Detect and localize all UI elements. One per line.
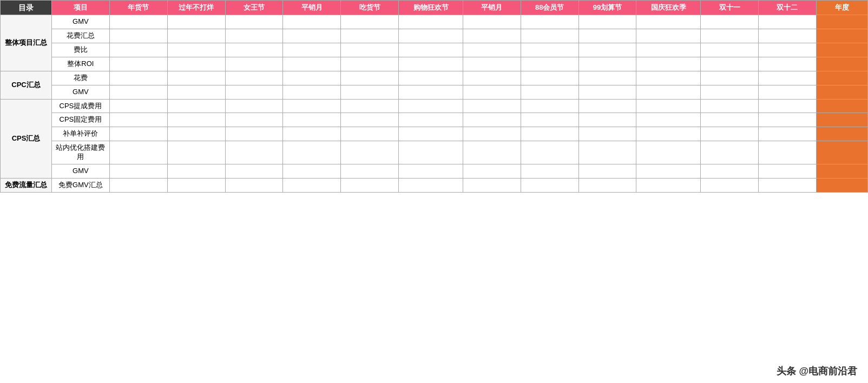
data-cell[interactable] (225, 164, 283, 178)
data-cell[interactable] (109, 71, 167, 85)
data-cell-orange[interactable] (816, 15, 867, 29)
data-cell[interactable] (283, 15, 341, 29)
data-cell[interactable] (578, 71, 636, 85)
data-cell[interactable] (701, 113, 759, 127)
data-cell[interactable] (283, 141, 341, 164)
data-cell[interactable] (225, 29, 283, 43)
data-cell[interactable] (521, 141, 578, 164)
data-cell[interactable] (225, 113, 283, 127)
data-cell[interactable] (341, 127, 399, 141)
data-cell[interactable] (636, 15, 701, 29)
data-cell[interactable] (341, 141, 399, 164)
data-cell[interactable] (759, 15, 817, 29)
data-cell[interactable] (109, 15, 167, 29)
data-cell[interactable] (463, 178, 521, 192)
data-cell-orange[interactable] (816, 127, 867, 141)
data-cell[interactable] (521, 164, 578, 178)
data-cell[interactable] (109, 29, 167, 43)
data-cell[interactable] (341, 99, 399, 113)
data-cell[interactable] (341, 57, 399, 71)
data-cell[interactable] (521, 99, 578, 113)
data-cell[interactable] (521, 15, 578, 29)
data-cell[interactable] (167, 71, 225, 85)
data-cell[interactable] (225, 71, 283, 85)
data-cell[interactable] (341, 29, 399, 43)
data-cell[interactable] (167, 178, 225, 192)
data-cell[interactable] (167, 164, 225, 178)
data-cell[interactable] (636, 85, 701, 99)
data-cell[interactable] (109, 85, 167, 99)
data-cell[interactable] (521, 43, 578, 57)
data-cell[interactable] (521, 29, 578, 43)
data-cell-orange[interactable] (816, 57, 867, 71)
data-cell[interactable] (463, 43, 521, 57)
data-cell[interactable] (463, 85, 521, 99)
data-cell[interactable] (109, 164, 167, 178)
data-cell[interactable] (225, 127, 283, 141)
data-cell[interactable] (109, 113, 167, 127)
data-cell[interactable] (636, 127, 701, 141)
data-cell[interactable] (283, 29, 341, 43)
data-cell[interactable] (283, 85, 341, 99)
data-cell[interactable] (759, 43, 817, 57)
data-cell[interactable] (341, 164, 399, 178)
data-cell[interactable] (578, 127, 636, 141)
data-cell[interactable] (225, 15, 283, 29)
data-cell[interactable] (109, 141, 167, 164)
data-cell[interactable] (636, 178, 701, 192)
data-cell[interactable] (225, 99, 283, 113)
data-cell[interactable] (578, 178, 636, 192)
data-cell[interactable] (701, 71, 759, 85)
data-cell[interactable] (463, 29, 521, 43)
data-cell[interactable] (283, 113, 341, 127)
data-cell[interactable] (578, 29, 636, 43)
data-cell[interactable] (578, 43, 636, 57)
data-cell[interactable] (167, 43, 225, 57)
data-cell[interactable] (399, 71, 463, 85)
data-cell[interactable] (399, 127, 463, 141)
data-cell[interactable] (636, 164, 701, 178)
data-cell[interactable] (521, 71, 578, 85)
data-cell[interactable] (109, 99, 167, 113)
data-cell[interactable] (283, 71, 341, 85)
data-cell[interactable] (636, 71, 701, 85)
data-cell-orange[interactable] (816, 71, 867, 85)
data-cell[interactable] (701, 15, 759, 29)
data-cell-orange[interactable] (816, 164, 867, 178)
data-cell[interactable] (463, 164, 521, 178)
data-cell[interactable] (399, 164, 463, 178)
data-cell[interactable] (636, 99, 701, 113)
data-cell[interactable] (701, 29, 759, 43)
data-cell[interactable] (225, 141, 283, 164)
data-cell[interactable] (399, 29, 463, 43)
data-cell[interactable] (521, 57, 578, 71)
data-cell[interactable] (399, 178, 463, 192)
data-cell[interactable] (578, 15, 636, 29)
data-cell[interactable] (167, 113, 225, 127)
data-cell[interactable] (167, 99, 225, 113)
data-cell[interactable] (167, 29, 225, 43)
data-cell[interactable] (399, 43, 463, 57)
data-cell[interactable] (399, 99, 463, 113)
data-cell[interactable] (225, 178, 283, 192)
data-cell[interactable] (759, 141, 817, 164)
data-cell[interactable] (521, 113, 578, 127)
data-cell[interactable] (341, 15, 399, 29)
data-cell[interactable] (399, 113, 463, 127)
data-cell[interactable] (341, 85, 399, 99)
data-cell[interactable] (109, 178, 167, 192)
data-cell-orange[interactable] (816, 113, 867, 127)
data-cell[interactable] (167, 141, 225, 164)
data-cell[interactable] (578, 164, 636, 178)
data-cell[interactable] (399, 57, 463, 71)
data-cell[interactable] (521, 178, 578, 192)
data-cell[interactable] (167, 57, 225, 71)
data-cell[interactable] (701, 164, 759, 178)
data-cell[interactable] (463, 71, 521, 85)
data-cell[interactable] (109, 57, 167, 71)
data-cell[interactable] (578, 85, 636, 99)
data-cell[interactable] (701, 99, 759, 113)
data-cell[interactable] (701, 127, 759, 141)
data-cell[interactable] (701, 43, 759, 57)
data-cell[interactable] (701, 141, 759, 164)
